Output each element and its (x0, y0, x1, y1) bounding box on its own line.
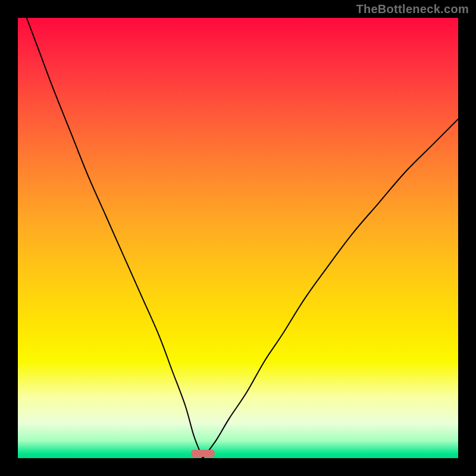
curve-layer (18, 18, 458, 458)
watermark-text: TheBottleneck.com (356, 2, 469, 16)
right-branch-curve (203, 119, 458, 458)
chart-frame: TheBottleneck.com (0, 0, 476, 476)
plot-area (18, 18, 458, 458)
left-branch-curve (27, 18, 203, 458)
minimum-marker (191, 450, 215, 457)
